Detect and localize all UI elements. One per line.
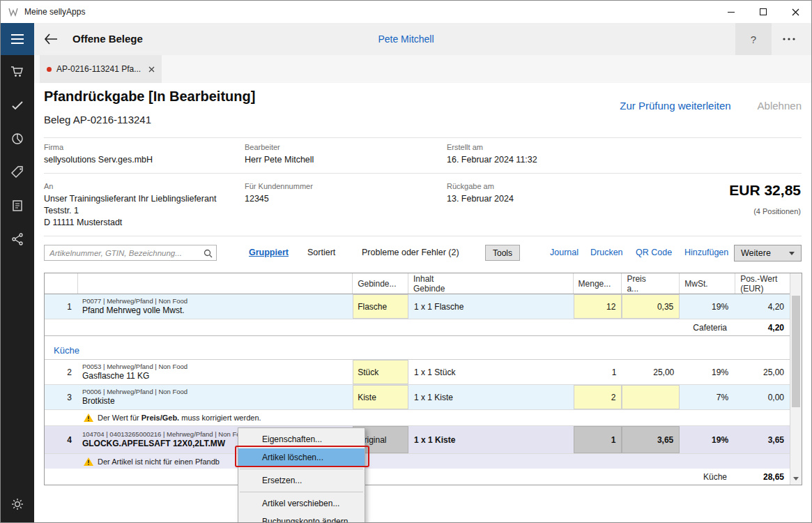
warning-icon [84,457,93,466]
problems-filter[interactable]: Probleme oder Fehler (2) [362,248,459,257]
column-header-inhalt-gebinde[interactable]: InhaltGebinde [408,273,574,294]
qr-code-link[interactable]: QR Code [636,248,672,257]
field-label-kundennummer: Für Kundennummer [245,182,313,190]
pie-chart-icon [10,132,24,146]
settings-gear-icon [10,497,24,511]
sidebar-item-reports[interactable] [1,122,34,156]
field-value-firma: sellysolutions Serv.ges.mbH [44,154,153,166]
menu-button[interactable] [1,23,34,55]
field-value-erstellt-am: 16. Februar 2024 11:32 [447,154,537,166]
context-menu-item-artikel-verschieben[interactable]: Artikel verschieben... [238,494,365,513]
field-value-bearbeiter: Herr Pete Mitchell [245,154,314,166]
cell-article: P0006 | Mehrweg/Pfand | Non Food Brotkis… [78,385,353,409]
context-menu-item-artikel-loeschen[interactable]: Artikel löschen... [238,448,365,467]
document-total: EUR 32,85 [729,182,801,199]
maximize-button[interactable] [747,1,779,23]
cell-preis[interactable]: 0,35 [622,294,680,319]
close-button[interactable] [779,1,811,23]
column-header-menge[interactable]: Menge... [574,273,622,294]
tab-close-button[interactable] [148,66,155,73]
toolbar: Gruppiert Sortiert Probleme oder Fehler … [44,245,802,263]
group-subtotal-row: Cafeteria 4,20 [45,319,790,336]
search-box[interactable] [44,245,217,261]
back-button[interactable] [43,32,59,46]
scrollbar-down-button[interactable] [790,473,802,485]
help-button[interactable]: ? [735,23,772,55]
context-menu: Eigenschaften... Artikel löschen... Erse… [238,427,365,523]
cell-menge[interactable]: 2 [574,385,622,409]
field-value-rueckgabe-am: 13. Februar 2024 [447,193,514,205]
tag-icon [10,165,24,179]
sidebar-item-cart[interactable] [1,55,34,89]
table-row[interactable]: 1 P0077 | Mehrweg/Pfand | Non Food Pfand… [45,294,790,319]
print-link[interactable]: Drucken [590,248,623,257]
cell-mwst: 19% [680,360,735,384]
column-header-preis[interactable]: Preisa... [622,273,680,294]
column-header-number[interactable] [45,273,78,294]
app-header: Offene Belege Pete Mitchell ? [1,23,811,55]
warning-text: Der Artikel ist nicht für einen Pfandb [98,457,220,466]
sidebar-item-articles[interactable] [1,156,34,189]
table-row[interactable]: 2 P0053 | Mehrweg/Pfand | Non Food Gasfl… [45,360,790,385]
table-scrollbar[interactable] [790,273,802,485]
grouped-toggle[interactable]: Gruppiert [249,248,289,257]
tab-label: AP-0216-113241 Pfa... [56,64,141,74]
catalog-icon [10,199,24,213]
more-actions-button[interactable]: Weitere [734,245,802,262]
column-header-poswert[interactable]: Pos.-Wert(EUR) [735,273,790,294]
sidebar-item-tasks[interactable] [1,89,34,122]
context-menu-item-eigenschaften[interactable]: Eigenschaften... [238,430,365,448]
forward-for-review-link[interactable]: Zur Prüfung weiterleiten [620,100,730,112]
main-content: Pfandrückgabe [In Bearbeitung] Zur Prüfu… [34,83,811,522]
unsaved-dot-icon [47,67,52,72]
cell-menge[interactable]: 1 [574,360,622,384]
close-icon [148,66,155,73]
sidebar-item-share[interactable] [1,222,34,256]
add-item-link[interactable]: Hinzufügen [684,248,728,257]
sidebar-item-settings[interactable] [1,487,34,521]
context-menu-item-ersetzen[interactable]: Ersetzen... [238,471,365,490]
table-row-selected[interactable]: 4 104704 | 04013265000216 | Mehrweg/Pfan… [45,426,790,454]
cell-position-number: 4 [45,426,78,453]
cell-menge[interactable]: 1 [574,426,622,453]
document-title: Pfandrückgabe [In Bearbeitung] [44,89,255,105]
tools-button[interactable]: Tools [485,245,520,261]
document-tab[interactable]: AP-0216-113241 Pfa... [40,55,162,83]
context-menu-item-buchungskonto-aendern[interactable]: Buchungskonto ändern... [238,513,365,523]
divider [44,236,802,236]
reject-link[interactable]: Ablehnen [758,100,802,112]
positions-table: Gebinde... InhaltGebinde Menge... Preisa… [44,273,802,485]
app-window: Meine sellyApps Offene Belege Pete Mitch… [0,0,812,523]
user-name[interactable]: Pete Mitchell [378,33,434,45]
warning-icon [84,414,93,422]
cell-poswert: 3,65 [735,426,790,453]
cell-menge[interactable]: 12 [574,294,622,319]
cell-preis[interactable] [622,385,680,409]
minimize-button[interactable] [715,1,747,23]
column-header-mwst[interactable]: MwSt. [680,273,735,294]
scrollbar-thumb[interactable] [792,296,800,407]
cell-preis[interactable]: 25,00 [622,360,680,384]
menu-separator [240,492,363,492]
search-icon[interactable] [204,248,213,261]
group-subtotal-label: Küche [45,472,735,482]
journal-link[interactable]: Journal [550,248,579,257]
search-input[interactable] [45,245,216,260]
group-gap [45,336,790,342]
cell-gebinde[interactable]: Flasche [353,294,408,319]
cell-preis[interactable]: 3,65 [622,426,680,453]
sorted-toggle[interactable]: Sortiert [307,248,335,257]
cell-mwst: 7% [680,385,735,409]
titlebar: Meine sellyApps [1,1,811,23]
cell-position-number: 1 [45,294,78,319]
table-row[interactable]: 3 P0006 | Mehrweg/Pfand | Non Food Brotk… [45,385,790,410]
sidebar-item-catalog[interactable] [1,189,34,222]
cell-gebinde[interactable]: Stück [353,360,408,384]
column-header-article[interactable] [78,273,353,294]
cell-gebinde[interactable]: Kiste [353,385,408,409]
group-subtotal-label: Cafeteria [45,323,735,333]
column-header-gebinde[interactable]: Gebinde... [353,273,408,294]
sidebar [1,55,34,522]
more-button[interactable] [774,23,804,55]
ellipsis-icon [783,38,795,40]
